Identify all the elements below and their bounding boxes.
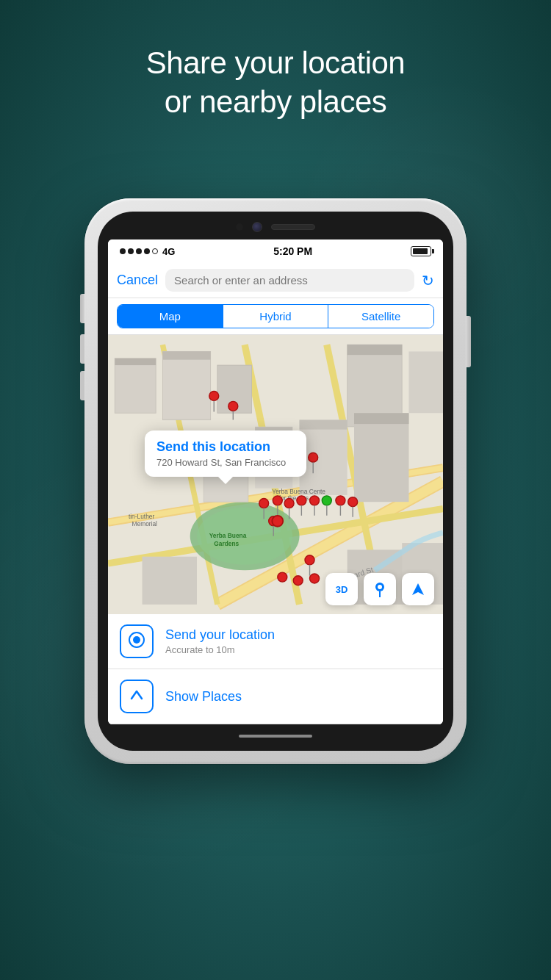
svg-point-37 xyxy=(209,391,219,400)
svg-marker-70 xyxy=(412,583,424,595)
location-icon xyxy=(128,631,145,652)
send-location-text: Send your location Accurate to 10m xyxy=(165,627,431,655)
svg-rect-13 xyxy=(162,351,210,419)
svg-text:Memorial: Memorial xyxy=(132,520,158,527)
location-popup[interactable]: Send this location 720 Howard St, San Fr… xyxy=(145,430,306,477)
svg-rect-14 xyxy=(162,351,210,359)
dot5 xyxy=(152,248,158,254)
header-section: Share your location or nearby places xyxy=(0,44,551,121)
phone-bottom-bar xyxy=(108,732,443,741)
signal-dots xyxy=(120,248,158,254)
sensor xyxy=(236,223,243,231)
map-tabs: Map Hybrid Satellite xyxy=(108,298,443,335)
svg-point-72 xyxy=(133,636,140,644)
bottom-list: Send your location Accurate to 10m xyxy=(108,614,443,724)
phone-inner: 4G 5:20 PM Cancel ↻ xyxy=(98,212,453,751)
show-places-title: Show Places xyxy=(165,689,431,705)
dot3 xyxy=(136,248,142,254)
places-icon-box xyxy=(120,680,154,713)
svg-rect-24 xyxy=(300,420,347,430)
svg-point-53 xyxy=(322,496,331,505)
svg-point-64 xyxy=(293,576,303,586)
svg-rect-11 xyxy=(115,359,156,413)
cancel-button[interactable]: Cancel xyxy=(117,273,158,288)
svg-point-51 xyxy=(310,496,320,505)
svg-point-41 xyxy=(309,453,318,462)
home-indicator xyxy=(239,735,312,738)
speaker xyxy=(271,224,315,230)
svg-rect-18 xyxy=(408,351,443,413)
tab-map[interactable]: Map xyxy=(118,305,223,328)
dot1 xyxy=(120,248,126,254)
battery-fill xyxy=(413,248,428,254)
svg-point-66 xyxy=(272,516,283,527)
btn-location[interactable] xyxy=(402,573,434,605)
search-input[interactable] xyxy=(165,269,414,292)
svg-rect-26 xyxy=(354,413,408,424)
send-location-title: Send your location xyxy=(165,627,431,643)
screen: 4G 5:20 PM Cancel ↻ xyxy=(108,239,443,724)
svg-point-39 xyxy=(228,401,238,411)
status-time: 5:20 PM xyxy=(273,245,312,257)
search-row: Cancel ↻ xyxy=(108,263,443,298)
svg-rect-17 xyxy=(347,345,402,355)
location-icon-box xyxy=(120,624,154,658)
svg-point-65 xyxy=(310,574,320,583)
phone-mockup: 4G 5:20 PM Cancel ↻ xyxy=(84,198,467,764)
svg-point-45 xyxy=(273,496,282,505)
btn-pin[interactable] xyxy=(364,573,396,605)
popup-address: 720 Howard St, San Francisco xyxy=(156,457,295,468)
show-places-text: Show Places xyxy=(165,689,431,705)
svg-rect-12 xyxy=(115,359,156,365)
tab-hybrid[interactable]: Hybrid xyxy=(223,305,329,328)
tabs-container: Map Hybrid Satellite xyxy=(117,304,434,328)
battery-area xyxy=(411,246,431,256)
places-icon xyxy=(129,687,145,707)
map-area[interactable]: Yerba Buena Cente for the Arts tin-Luthe… xyxy=(108,335,443,614)
phone-shell: 4G 5:20 PM Cancel ↻ xyxy=(84,198,467,764)
btn-3d[interactable]: 3D xyxy=(325,573,358,605)
circle-dot-icon xyxy=(128,631,145,649)
dot4 xyxy=(144,248,150,254)
svg-point-49 xyxy=(297,496,306,505)
svg-rect-25 xyxy=(354,413,408,502)
dot2 xyxy=(128,248,134,254)
svg-point-61 xyxy=(305,555,314,565)
svg-point-47 xyxy=(284,499,294,508)
svg-text:Gardens: Gardens xyxy=(214,540,239,547)
send-location-subtitle: Accurate to 10m xyxy=(165,644,431,655)
svg-point-55 xyxy=(336,496,345,505)
refresh-button[interactable]: ↻ xyxy=(422,272,434,289)
pin-icon xyxy=(372,581,388,597)
phone-top-bar xyxy=(108,222,443,232)
svg-point-63 xyxy=(278,572,287,582)
network-label: 4G xyxy=(162,246,175,257)
svg-point-43 xyxy=(259,499,269,508)
battery-icon xyxy=(411,246,431,256)
map-controls: 3D xyxy=(325,573,434,605)
svg-rect-27 xyxy=(143,557,197,605)
svg-text:Yerba Buena: Yerba Buena xyxy=(209,532,247,539)
camera xyxy=(252,222,262,232)
popup-title: Send this location xyxy=(156,439,295,455)
page-title: Share your location or nearby places xyxy=(0,44,551,121)
show-places-item[interactable]: Show Places xyxy=(108,669,443,724)
svg-rect-23 xyxy=(300,420,347,495)
signal-area: 4G xyxy=(120,246,175,257)
status-bar: 4G 5:20 PM xyxy=(108,239,443,263)
navigation-icon xyxy=(411,582,425,597)
send-location-item[interactable]: Send your location Accurate to 10m xyxy=(108,614,443,669)
svg-point-57 xyxy=(348,497,358,507)
svg-point-68 xyxy=(378,585,382,589)
tab-satellite[interactable]: Satellite xyxy=(328,305,433,328)
chevron-up-icon xyxy=(129,687,145,703)
